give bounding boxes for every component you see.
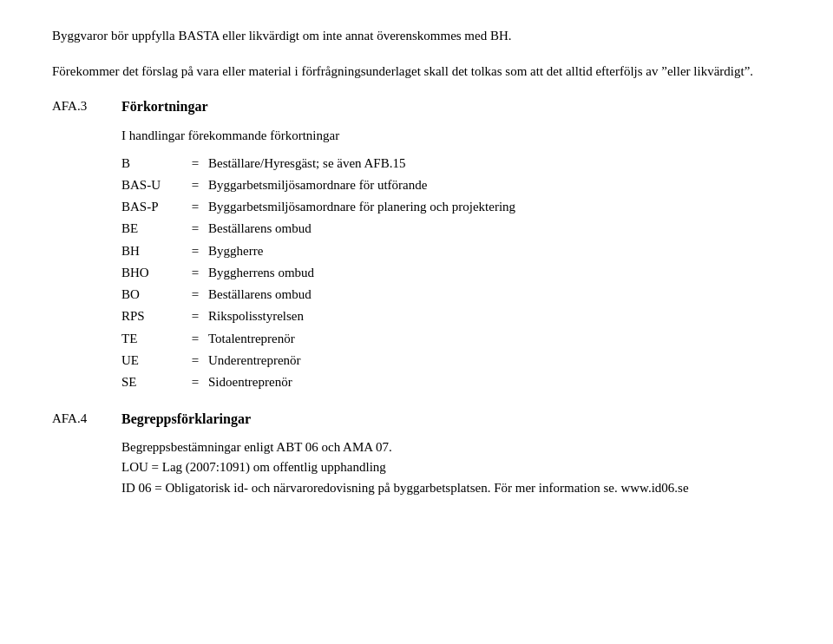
abbr-value: Byggherre xyxy=(208,240,781,262)
abbr-eq: = xyxy=(182,328,208,350)
abbr-key: RPS xyxy=(121,306,182,327)
abbr-row: BH=Byggherre xyxy=(121,240,781,262)
afa4-line-0: Begreppsbestämningar enligt ABT 06 och A… xyxy=(121,437,781,457)
abbr-value: Underentreprenör xyxy=(208,350,781,371)
abbr-value: Beställare/Hyresgäst; se även AFB.15 xyxy=(208,153,781,174)
afa3-title: Förkortningar xyxy=(121,96,781,117)
abbr-eq: = xyxy=(182,306,208,327)
afa4-title: Begreppsförklaringar xyxy=(121,409,781,430)
abbr-eq: = xyxy=(182,196,208,218)
abbr-key: B xyxy=(121,153,182,174)
afa4-content: Begreppsförklaringar Begreppsbestämninga… xyxy=(121,409,781,498)
abbr-value: Rikspolisstyrelsen xyxy=(208,306,781,327)
afa4-line-1: LOU = Lag (2007:1091) om offentlig uppha… xyxy=(121,457,781,477)
abbr-value: Sidoentreprenör xyxy=(208,371,781,393)
afa3-label: AFA.3 xyxy=(52,96,121,393)
abbr-row: UE=Underentreprenör xyxy=(121,350,781,371)
abbr-value: Byggherrens ombud xyxy=(208,262,781,284)
afa4-body: Begreppsbestämningar enligt ABT 06 och A… xyxy=(121,437,781,498)
abbr-eq: = xyxy=(182,240,208,262)
abbr-value: Byggarbetsmiljösamordnare för utförande xyxy=(208,174,781,196)
abbr-value: Beställarens ombud xyxy=(208,218,781,240)
afa4-line-2: ID 06 = Obligatorisk id- och närvaroredo… xyxy=(121,478,781,498)
abbr-key: BAS-U xyxy=(121,174,182,196)
abbr-row: TE=Totalentreprenör xyxy=(121,328,781,350)
section-afa3: AFA.3 Förkortningar I handlingar förekom… xyxy=(52,96,781,393)
abbr-key: BE xyxy=(121,218,182,240)
abbr-row: BE=Beställarens ombud xyxy=(121,218,781,240)
abbr-row: BHO=Byggherrens ombud xyxy=(121,262,781,284)
abbr-value: Beställarens ombud xyxy=(208,284,781,306)
abbr-row: BAS-P=Byggarbetsmiljösamordnare för plan… xyxy=(121,196,781,218)
abbr-eq: = xyxy=(182,218,208,240)
abbr-value: Totalentreprenör xyxy=(208,328,781,350)
abbr-row: SE=Sidoentreprenör xyxy=(121,371,781,393)
abbr-eq: = xyxy=(182,284,208,306)
abbr-key: BH xyxy=(121,240,182,262)
abbr-row: BAS-U=Byggarbetsmiljösamordnare för utfö… xyxy=(121,174,781,196)
abbr-key: BAS-P xyxy=(121,196,182,218)
abbr-key: TE xyxy=(121,328,182,350)
paragraph-1: Byggvaror bör uppfylla BASTA eller likvä… xyxy=(52,26,781,46)
afa3-content: Förkortningar I handlingar förekommande … xyxy=(121,96,781,393)
paragraph-1-text: Byggvaror bör uppfylla BASTA eller likvä… xyxy=(52,29,512,43)
abbr-eq: = xyxy=(182,350,208,371)
abbr-row: BO=Beställarens ombud xyxy=(121,284,781,306)
abbr-value: Byggarbetsmiljösamordnare för planering … xyxy=(208,196,781,218)
paragraph-2: Förekommer det förslag på vara eller mat… xyxy=(52,62,781,82)
abbreviation-table: B=Beställare/Hyresgäst; se även AFB.15BA… xyxy=(121,153,781,394)
abbr-row: B=Beställare/Hyresgäst; se även AFB.15 xyxy=(121,153,781,174)
abbr-key: BO xyxy=(121,284,182,306)
abbr-eq: = xyxy=(182,174,208,196)
afa4-label: AFA.4 xyxy=(52,409,121,498)
abbr-key: SE xyxy=(121,371,182,393)
page-content: Byggvaror bör uppfylla BASTA eller likvä… xyxy=(52,26,781,498)
abbr-key: UE xyxy=(121,350,182,371)
afa3-subtitle: I handlingar förekommande förkortningar xyxy=(121,126,781,146)
abbr-row: RPS=Rikspolisstyrelsen xyxy=(121,306,781,327)
abbr-eq: = xyxy=(182,153,208,174)
section-afa4: AFA.4 Begreppsförklaringar Begreppsbestä… xyxy=(52,409,781,498)
paragraph-2-text: Förekommer det förslag på vara eller mat… xyxy=(52,64,753,78)
abbr-eq: = xyxy=(182,262,208,284)
abbr-key: BHO xyxy=(121,262,182,284)
abbr-eq: = xyxy=(182,371,208,393)
